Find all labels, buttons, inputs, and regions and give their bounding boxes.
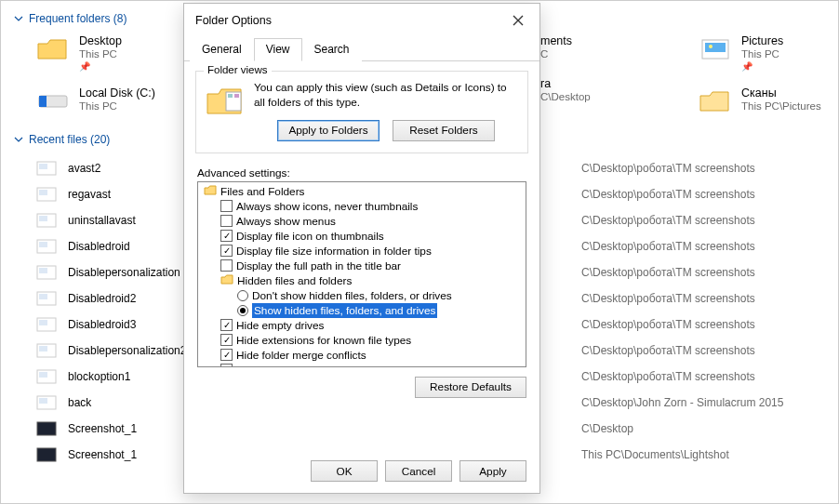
option-label: Hide folder merge conflicts [236, 348, 366, 363]
chevron-down-icon [14, 135, 23, 144]
advanced-settings-tree[interactable]: Files and FoldersAlways show icons, neve… [197, 181, 526, 367]
file-path: C\Desktop\робота\TM screenshots [581, 162, 755, 175]
file-path: C\Desktop\робота\TM screenshots [581, 318, 755, 331]
checkbox-icon [220, 200, 233, 212]
folder-item-localdisk[interactable]: Local Disk (C:) This PC [36, 86, 163, 114]
file-path: C\Desktop [581, 422, 633, 435]
section-title: Recent files (20) [29, 133, 110, 146]
reset-folders-button[interactable]: Reset Folders [393, 120, 495, 141]
svg-rect-26 [37, 448, 56, 461]
folder-item-desktop[interactable]: Desktop This PC 📌 [36, 34, 163, 72]
ok-button[interactable]: OK [311, 460, 378, 482]
dialog-tabs: General View Search [184, 32, 539, 61]
checkbox-icon [220, 349, 233, 361]
folder-name: Desktop [79, 34, 122, 48]
folder-views-legend: Folder views [204, 64, 272, 75]
file-path: C\Desktop\робота\TM screenshots [581, 214, 755, 227]
folder-item-pictures[interactable]: Pictures This PC 📌 [699, 34, 825, 72]
svg-rect-6 [39, 164, 47, 169]
checkbox-icon [220, 245, 233, 257]
screenshot-icon [36, 446, 57, 463]
image-file-icon [36, 264, 57, 281]
option-label: Display file icon on thumbnails [236, 229, 384, 244]
image-file-icon [36, 160, 57, 177]
file-path: C\Desktop\робота\TM screenshots [581, 344, 755, 357]
image-file-icon [36, 186, 57, 203]
folder-icon [220, 273, 233, 288]
file-path: This PC\Documents\Lightshot [581, 448, 729, 461]
folder-item-scans[interactable]: Сканы This PC\Pictures [699, 86, 825, 114]
image-file-icon [36, 368, 57, 385]
image-file-icon [36, 394, 57, 411]
folder-icon [699, 86, 732, 114]
tree-check-option[interactable]: Hide extensions for known file types [200, 333, 524, 348]
folder-views-icon [206, 81, 245, 121]
dialog-title: Folder Options [195, 14, 272, 27]
image-file-icon [36, 290, 57, 307]
tree-radio-option[interactable]: Show hidden files, folders, and drives [200, 303, 524, 318]
folder-options-dialog: Folder Options General View Search Folde… [183, 3, 540, 494]
svg-point-4 [709, 45, 712, 48]
close-button[interactable] [504, 9, 532, 32]
folder-name: Local Disk (C:) [79, 86, 155, 100]
apply-button[interactable]: Apply [459, 460, 526, 482]
radio-icon [237, 305, 248, 316]
chevron-down-icon [14, 14, 23, 23]
option-label: Don't show hidden files, folders, or dri… [252, 288, 452, 303]
folder-sub: This PC [741, 48, 783, 61]
svg-rect-22 [39, 372, 47, 378]
tree-group: Files and Folders [200, 184, 524, 199]
dialog-button-row: OK Cancel Apply [184, 453, 539, 493]
tab-view[interactable]: View [254, 38, 302, 61]
restore-defaults-button[interactable]: Restore Defaults [415, 377, 526, 398]
tree-check-option[interactable]: Always show menus [200, 214, 524, 229]
section-title: Frequent folders (8) [29, 12, 127, 25]
svg-rect-8 [39, 190, 47, 195]
svg-rect-24 [39, 398, 47, 404]
checkbox-icon [220, 334, 233, 346]
folder-name: ments [540, 34, 572, 48]
option-label: Hidden files and folders [237, 273, 352, 288]
folder-sub: This PC [79, 100, 155, 113]
checkbox-icon [220, 230, 233, 242]
folder-name: ra [540, 77, 591, 91]
svg-rect-20 [39, 346, 47, 351]
checkbox-icon [220, 319, 233, 331]
pictures-icon [699, 34, 732, 62]
file-path: C\Desktop\робота\TM screenshots [581, 370, 755, 383]
svg-rect-28 [228, 94, 233, 98]
folder-views-text: You can apply this view (such as Details… [254, 81, 518, 111]
image-file-icon [36, 316, 57, 333]
option-label: Display the full path in the title bar [236, 259, 401, 273]
advanced-settings-label: Advanced settings: [197, 166, 526, 179]
svg-rect-12 [39, 242, 47, 247]
tree-check-option[interactable]: Hide empty drives [200, 318, 524, 333]
image-file-icon [36, 238, 57, 255]
folder-name: Pictures [741, 34, 783, 48]
tree-check-option[interactable]: Display file size information in folder … [200, 244, 524, 259]
dialog-titlebar: Folder Options [184, 4, 539, 32]
folder-name: Сканы [741, 86, 821, 100]
tree-radio-option[interactable]: Don't show hidden files, folders, or dri… [200, 288, 524, 303]
tab-search[interactable]: Search [302, 38, 362, 61]
svg-rect-16 [39, 294, 47, 299]
svg-rect-1 [39, 96, 47, 107]
tree-check-option[interactable]: Display the full path in the title bar [200, 259, 524, 273]
cancel-button[interactable]: Cancel [385, 460, 452, 482]
tree-check-option[interactable]: Always show icons, never thumbnails [200, 199, 524, 214]
tree-check-option[interactable]: Hide folder merge conflicts [200, 348, 524, 363]
option-label: Hide empty drives [236, 318, 324, 333]
pin-icon: 📌 [79, 61, 122, 72]
folder-sub: C\Desktop [540, 91, 591, 104]
option-label: Always show icons, never thumbnails [236, 199, 418, 214]
svg-rect-18 [39, 320, 47, 325]
option-label: Show hidden files, folders, and drives [252, 303, 437, 318]
tab-general[interactable]: General [190, 38, 254, 61]
option-label: Files and Folders [220, 184, 304, 199]
file-path: C\Desktop\робота\TM screenshots [581, 240, 755, 253]
drive-icon [36, 86, 70, 114]
tree-group: Hidden files and folders [200, 273, 524, 288]
tree-check-option[interactable]: Display file icon on thumbnails [200, 229, 524, 244]
apply-to-folders-button[interactable]: Apply to Folders [277, 120, 380, 141]
svg-rect-25 [37, 422, 56, 435]
